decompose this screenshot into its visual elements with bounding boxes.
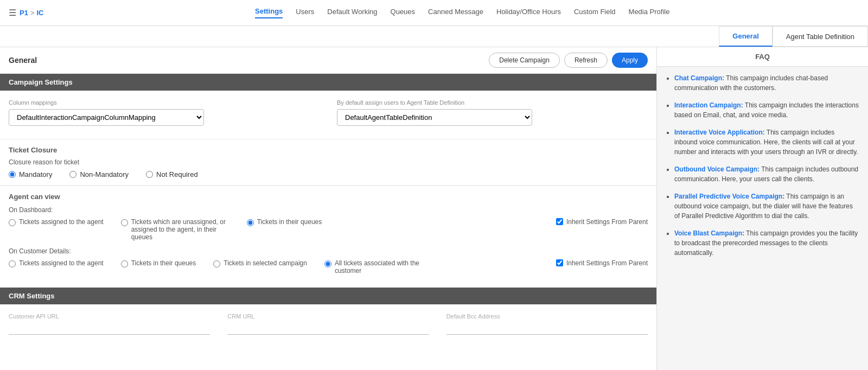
content-area: General Delete Campaign Refresh Apply Ca… <box>0 47 656 370</box>
dashboard-unassigned[interactable]: Tickets which are unassigned, or assigne… <box>121 218 229 241</box>
default-bcc-address-label: Default Bcc Address <box>446 313 648 320</box>
cd-assigned-to-agent[interactable]: Tickets assigned to the agent <box>9 259 104 267</box>
campaign-settings-header: Campaign Settings <box>0 74 656 91</box>
cd-in-selected-campaign[interactable]: Tickets in selected campaign <box>213 259 307 267</box>
faq-item-iva: Interactive Voice Application: This camp… <box>674 127 859 157</box>
dashboard-queues-label: Tickets in their queues <box>257 218 322 226</box>
cd-queues-radio[interactable] <box>121 260 128 267</box>
faq-item-chat: Chat Campaign: This campaign includes ch… <box>674 73 859 93</box>
dashboard-unassigned-label: Tickets which are unassigned, or assigne… <box>131 218 229 241</box>
assign-users-group: By default assign users to Agent Table D… <box>337 99 648 126</box>
nav-settings[interactable]: Settings <box>255 7 283 18</box>
radio-non-mandatory[interactable]: Non-Mandatory <box>69 170 129 178</box>
cd-assigned-label: Tickets assigned to the agent <box>19 259 104 267</box>
breadcrumb-p1[interactable]: P1 <box>20 9 28 17</box>
cd-inherit-label[interactable]: Inherit Settings From Parent <box>556 259 648 267</box>
dashboard-unassigned-radio[interactable] <box>121 219 128 226</box>
radio-non-mandatory-input[interactable] <box>69 171 76 178</box>
header-buttons: Delete Campaign Refresh Apply <box>489 53 648 68</box>
delete-campaign-button[interactable]: Delete Campaign <box>489 53 560 68</box>
assign-users-label: By default assign users to Agent Table D… <box>337 99 648 106</box>
radio-not-required-input[interactable] <box>146 171 153 178</box>
closure-reason-label: Closure reason for ticket <box>9 158 648 166</box>
cd-inherit-checkbox[interactable] <box>556 259 563 266</box>
nav-queues[interactable]: Queues <box>391 8 416 18</box>
dashboard-checkbox-row: Tickets assigned to the agent Tickets wh… <box>9 218 648 241</box>
faq-item-voice-blast: Voice Blast Campaign: This campaign prov… <box>674 228 859 258</box>
crm-fields-row: Customer API URL CRM URL Default Bcc Add… <box>9 313 648 335</box>
faq-outbound-bold: Outbound Voice Campaign: <box>674 165 760 173</box>
ticket-closure-title: Ticket Closure <box>9 146 648 154</box>
apply-button[interactable]: Apply <box>612 53 648 68</box>
nav-media-profile[interactable]: Media Profile <box>629 8 670 18</box>
crm-url-field: CRM URL <box>227 313 429 335</box>
dashboard-inherit-label[interactable]: Inherit Settings From Parent <box>556 218 648 226</box>
faq-list: Chat Campaign: This campaign includes ch… <box>657 67 868 272</box>
assign-users-select[interactable]: DefaultAgentTableDefinition <box>337 109 532 126</box>
select-row: Column mappings DefaultInteractionCampai… <box>9 99 648 126</box>
crm-url-input[interactable] <box>227 322 429 335</box>
default-bcc-address-input[interactable] <box>446 322 648 335</box>
faq-voice-blast-bold: Voice Blast Campaign: <box>674 229 744 237</box>
faq-item-outbound: Outbound Voice Campaign: This campaign i… <box>674 164 859 184</box>
dashboard-assigned-label: Tickets assigned to the agent <box>19 218 104 226</box>
agent-can-view-title: Agent can view <box>9 193 648 201</box>
column-mappings-group: Column mappings DefaultInteractionCampai… <box>9 99 320 126</box>
campaign-settings-body: Column mappings DefaultInteractionCampai… <box>0 91 656 139</box>
refresh-button[interactable]: Refresh <box>564 53 608 68</box>
general-header: General Delete Campaign Refresh Apply <box>0 47 656 74</box>
hamburger-icon[interactable]: ☰ <box>9 8 16 18</box>
tab-agent-table-definition[interactable]: Agent Table Definition <box>773 26 868 47</box>
breadcrumb-separator: > <box>30 9 35 17</box>
customer-api-url-label: Customer API URL <box>9 313 210 320</box>
radio-mandatory[interactable]: Mandatory <box>9 170 52 178</box>
tab-general[interactable]: General <box>719 26 772 47</box>
faq-parallel-bold: Parallel Predictive Voice Campaign: <box>674 193 784 200</box>
cd-queues-label: Tickets in their queues <box>131 259 196 267</box>
cd-assigned-radio[interactable] <box>9 260 16 267</box>
faq-item-parallel: Parallel Predictive Voice Campaign: This… <box>674 192 859 221</box>
crm-url-label: CRM URL <box>227 313 429 320</box>
nav-left: ☰ P1 > IC <box>9 8 44 18</box>
cd-in-their-queues[interactable]: Tickets in their queues <box>121 259 196 267</box>
nav-default-working[interactable]: Default Working <box>327 8 377 18</box>
cd-selected-campaign-radio[interactable] <box>213 260 220 267</box>
customer-api-url-field: Customer API URL <box>9 313 210 335</box>
customer-details-checkbox-row: Tickets assigned to the agent Tickets in… <box>9 259 648 275</box>
crm-settings-header: CRM Settings <box>0 288 656 304</box>
dashboard-assigned-to-agent[interactable]: Tickets assigned to the agent <box>9 218 104 226</box>
nav-users[interactable]: Users <box>296 8 314 18</box>
radio-not-required[interactable]: Not Required <box>146 170 198 178</box>
breadcrumb-ic[interactable]: IC <box>37 9 44 17</box>
nav-canned-message[interactable]: Canned Message <box>428 8 483 18</box>
dashboard-inherit-checkbox[interactable] <box>556 218 563 225</box>
nav-holiday-office-hours[interactable]: Holiday/Office Hours <box>496 8 561 18</box>
column-mappings-label: Column mappings <box>9 99 320 106</box>
radio-mandatory-input[interactable] <box>9 171 16 178</box>
on-customer-details-label: On Customer Details: <box>9 247 648 255</box>
radio-non-mandatory-label: Non-Mandatory <box>80 170 129 178</box>
cd-inherit-text: Inherit Settings From Parent <box>566 259 648 267</box>
cd-all-tickets-radio[interactable] <box>324 260 331 267</box>
faq-panel: FAQ Chat Campaign: This campaign include… <box>656 47 868 370</box>
faq-item-interaction: Interaction Campaign: This campaign incl… <box>674 100 859 120</box>
dashboard-queues-radio[interactable] <box>247 219 254 226</box>
ticket-closure-section: Ticket Closure Closure reason for ticket… <box>0 139 656 186</box>
faq-chat-bold: Chat Campaign: <box>674 74 724 82</box>
column-mappings-select[interactable]: DefaultInteractionCampaignColumnMapping <box>9 109 204 126</box>
faq-iva-bold: Interactive Voice Application: <box>674 129 765 136</box>
radio-mandatory-label: Mandatory <box>19 170 52 178</box>
nav-links: Settings Users Default Working Queues Ca… <box>66 7 860 18</box>
radio-not-required-label: Not Required <box>156 170 198 178</box>
top-nav: ☰ P1 > IC Settings Users Default Working… <box>0 0 868 26</box>
dashboard-in-their-queues[interactable]: Tickets in their queues <box>247 218 322 226</box>
dashboard-inherit-text: Inherit Settings From Parent <box>566 218 648 226</box>
nav-custom-field[interactable]: Custom Field <box>574 8 616 18</box>
default-bcc-address-field: Default Bcc Address <box>446 313 648 335</box>
cd-all-tickets[interactable]: All tickets associated with the customer <box>324 259 433 275</box>
faq-header: FAQ <box>657 47 868 67</box>
dashboard-assigned-radio[interactable] <box>9 219 16 226</box>
cd-all-tickets-label: All tickets associated with the customer <box>335 259 433 275</box>
on-dashboard-label: On Dashboard: <box>9 206 648 214</box>
customer-api-url-input[interactable] <box>9 322 210 335</box>
